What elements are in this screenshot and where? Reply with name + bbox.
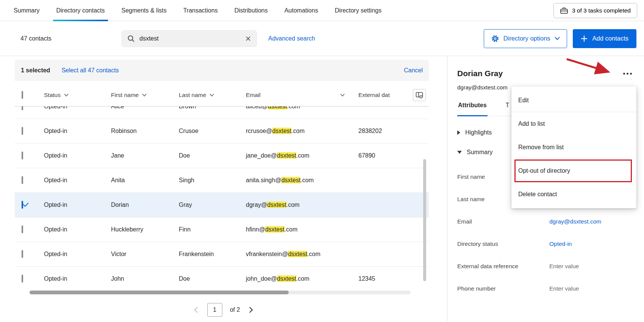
- tab-automations[interactable]: Automations: [276, 0, 327, 21]
- tab-attributes[interactable]: Attributes: [457, 102, 488, 116]
- chevron-down-icon: [340, 94, 345, 97]
- field-value-phone-number[interactable]: Enter value: [549, 285, 579, 292]
- cell-last-name: Doe: [172, 152, 239, 159]
- row-checkbox[interactable]: [22, 275, 23, 283]
- gear-icon: [491, 34, 499, 43]
- field-value-directory-status[interactable]: Opted-in: [549, 241, 572, 247]
- cell-external-data: 2838202: [352, 128, 429, 134]
- ellipsis-icon: [623, 73, 625, 75]
- add-contacts-button[interactable]: Add contacts: [573, 29, 636, 48]
- contact-name: Dorian Gray: [457, 69, 633, 78]
- cell-last-name: Finn: [172, 226, 239, 233]
- ellipsis-icon: [627, 73, 628, 75]
- tasks-completed-button[interactable]: 3 of 3 tasks completed: [553, 3, 637, 18]
- directory-options-label: Directory options: [503, 35, 550, 42]
- contact-actions-menu-button[interactable]: [621, 70, 634, 77]
- current-page-input[interactable]: 1: [207, 303, 222, 317]
- menu-item-add-to-list[interactable]: Add to list: [511, 112, 636, 136]
- horizontal-scrollbar[interactable]: [30, 291, 411, 294]
- cell-status: Opted-in: [37, 106, 104, 110]
- table-row[interactable]: Opted-in Robinson Crusoe rcrusoe@dsxtest…: [15, 119, 429, 144]
- row-checkbox[interactable]: [22, 176, 23, 184]
- row-checkbox[interactable]: [22, 127, 23, 135]
- search-input[interactable]: dsxtest: [139, 35, 241, 42]
- select-all-link[interactable]: Select all 47 contacts: [61, 67, 119, 74]
- cell-email: john_doe@dsxtest.com: [239, 275, 352, 282]
- clear-search-icon[interactable]: [245, 36, 251, 42]
- field-email: Email dgray@dsxtest.com: [457, 210, 633, 233]
- selection-bar: 1 selected Select all 47 contacts Cancel: [15, 60, 429, 81]
- advanced-search-link[interactable]: Advanced search: [268, 35, 315, 42]
- ellipsis-icon: [630, 73, 632, 75]
- tab-transactions[interactable]: Transactions: [175, 0, 226, 21]
- column-header-first-name[interactable]: First name: [104, 92, 172, 98]
- cell-first-name: Victor: [104, 251, 172, 258]
- column-header-email[interactable]: Email: [239, 92, 352, 98]
- tab-directory-contacts[interactable]: Directory contacts: [48, 0, 113, 21]
- row-checkbox[interactable]: [22, 250, 23, 258]
- tab-segments-lists[interactable]: Segments & lists: [113, 0, 175, 21]
- cell-status: Opted-in: [37, 275, 104, 282]
- next-page-button[interactable]: [247, 305, 255, 315]
- vertical-scrollbar-thumb[interactable]: [423, 159, 426, 281]
- field-directory-status: Directory status Opted-in: [457, 233, 633, 255]
- cell-email: aliceb@dsxtest.com: [239, 106, 352, 110]
- tab-truncated[interactable]: T: [505, 102, 510, 116]
- table-row[interactable]: Opted-in John Doe john_doe@dsxtest.com 1…: [15, 267, 429, 288]
- cancel-selection-link[interactable]: Cancel: [404, 67, 423, 74]
- cell-email: anita.singh@dsxtest.com: [239, 177, 352, 184]
- cell-last-name: Brown: [172, 106, 239, 110]
- cell-email: hfinn@dsxtest.com: [239, 226, 352, 233]
- cell-status: Opted-in: [37, 202, 104, 208]
- cell-first-name: Dorian: [104, 202, 172, 208]
- tab-distributions[interactable]: Distributions: [226, 0, 276, 21]
- contacts-count: 47 contacts: [20, 35, 122, 42]
- table-row[interactable]: Opted-in Alice Brown aliceb@dsxtest.com: [15, 106, 429, 119]
- contacts-toolbar: 47 contacts dsxtest Advanced search Dire…: [0, 21, 644, 56]
- triangle-expanded-icon: [457, 151, 462, 154]
- chevron-down-icon: [64, 94, 69, 97]
- directory-options-button[interactable]: Directory options: [484, 29, 567, 48]
- table-row-selected[interactable]: Opted-in Dorian Gray dgray@dsxtest.com: [15, 193, 429, 217]
- table-row[interactable]: Opted-in Victor Frankenstein vfrankenste…: [15, 242, 429, 267]
- tab-directory-settings[interactable]: Directory settings: [327, 0, 390, 21]
- cell-first-name: Alice: [104, 106, 172, 110]
- tab-summary[interactable]: Summary: [5, 0, 48, 21]
- cell-status: Opted-in: [37, 226, 104, 233]
- column-preview-icon: [416, 92, 423, 98]
- cell-email: rcrusoe@dsxtest.com: [239, 128, 352, 134]
- cell-external-data: 67890: [352, 152, 429, 159]
- cell-status: Opted-in: [37, 177, 104, 184]
- menu-item-opt-out-of-directory[interactable]: Opt-out of directory: [511, 159, 636, 183]
- toolbar-actions: Directory options Add contacts: [484, 29, 636, 48]
- row-checkbox[interactable]: [22, 225, 23, 233]
- previous-page-button[interactable]: [192, 305, 200, 315]
- table-row[interactable]: Opted-in Jane Doe jane_doe@dsxtest.com 6…: [15, 144, 429, 168]
- column-options-button[interactable]: [413, 89, 426, 101]
- selected-count: 1 selected: [21, 67, 50, 74]
- horizontal-scrollbar-thumb[interactable]: [30, 291, 289, 294]
- column-header-last-name[interactable]: Last name: [172, 92, 239, 98]
- column-header-status[interactable]: Status: [37, 92, 104, 98]
- menu-item-delete-contact[interactable]: Delete contact: [511, 183, 636, 206]
- field-value-external-data[interactable]: Enter value: [549, 263, 579, 270]
- field-value-email[interactable]: dgray@dsxtest.com: [549, 218, 601, 225]
- row-checkbox-checked[interactable]: [22, 201, 23, 209]
- search-field[interactable]: dsxtest: [122, 30, 257, 47]
- triangle-collapsed-icon: [457, 130, 460, 135]
- search-icon: [127, 35, 135, 42]
- cell-first-name: Jane: [104, 152, 172, 159]
- plus-icon: [581, 35, 588, 42]
- table-row[interactable]: Opted-in Huckleberry Finn hfinn@dsxtest.…: [15, 217, 429, 242]
- top-navigation: Summary Directory contacts Segments & li…: [0, 0, 644, 21]
- row-checkbox[interactable]: [22, 106, 23, 110]
- cell-email: dgray@dsxtest.com: [239, 202, 352, 208]
- menu-item-edit[interactable]: Edit: [511, 89, 636, 112]
- cell-first-name: John: [104, 275, 172, 282]
- cell-status: Opted-in: [37, 251, 104, 258]
- cell-last-name: Frankenstein: [172, 251, 239, 258]
- row-checkbox[interactable]: [22, 152, 23, 159]
- menu-item-remove-from-list[interactable]: Remove from list: [511, 136, 636, 159]
- table-row[interactable]: Opted-in Anita Singh anita.singh@dsxtest…: [15, 168, 429, 193]
- select-all-checkbox[interactable]: [22, 91, 23, 99]
